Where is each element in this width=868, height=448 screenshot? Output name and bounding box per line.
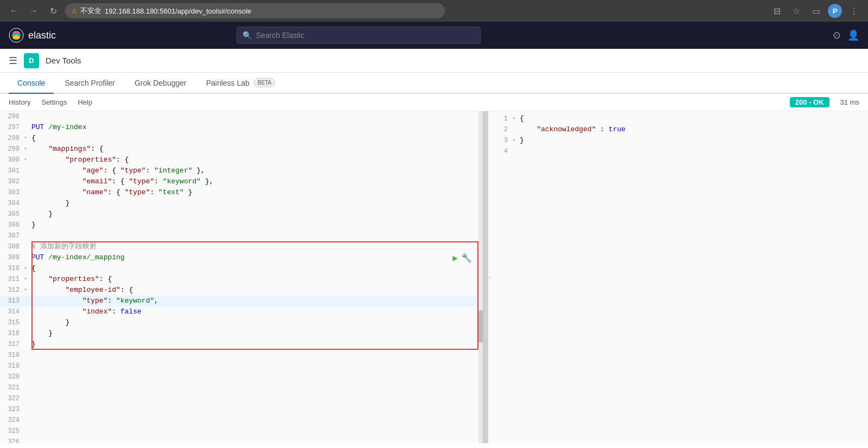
tab-grok-debugger[interactable]: Grok Debugger xyxy=(126,73,195,94)
line-number: 305 xyxy=(0,209,24,220)
line-content: "age": { "type": "integer" }, xyxy=(31,165,483,176)
cast-icon[interactable]: ▭ xyxy=(808,3,824,18)
line-number: 306 xyxy=(0,220,24,231)
line-content: } xyxy=(31,317,483,328)
line-number: 300 xyxy=(0,155,24,165)
url-text: 192.168.188.180:5601/app/dev_tools#/cons… xyxy=(105,7,251,15)
code-line: 314 "index": false xyxy=(0,306,483,317)
fold-indicator: ▾ xyxy=(512,135,520,146)
highlighted-block-container: 308 # 添加新的字段映射 309 PUT /my-index/_mappin… xyxy=(0,241,483,350)
line-content: # 添加新的字段映射 xyxy=(31,241,483,252)
line-number: 4 xyxy=(488,146,512,157)
search-icon: 🔍 xyxy=(242,31,252,40)
menu-icon[interactable]: ⋮ xyxy=(846,3,861,18)
line-number: 2 xyxy=(488,124,512,135)
app-icon: D xyxy=(24,53,39,68)
code-line: 300 ▾ "properties": { xyxy=(0,155,483,165)
line-content: "name": { "type": "text" } xyxy=(31,187,483,198)
line-number: 309 xyxy=(0,252,24,263)
line-number: 1 xyxy=(488,113,512,124)
app-title: Dev Tools xyxy=(46,56,81,65)
fold-indicator: ▾ xyxy=(512,113,520,124)
code-line: 303 "name": { "type": "text" } xyxy=(0,187,483,198)
forward-button[interactable]: → xyxy=(26,3,41,18)
line-content: "index": false xyxy=(31,306,483,317)
line-number: 312 xyxy=(0,285,24,296)
line-number: 304 xyxy=(0,198,24,209)
elastic-logo-icon xyxy=(9,28,24,43)
help-button[interactable]: Help xyxy=(78,96,92,108)
elastic-logo[interactable]: elastic xyxy=(9,28,56,43)
reload-button[interactable]: ↻ xyxy=(46,3,61,18)
code-line: 311 ▾ "properties": { xyxy=(0,274,483,285)
fold-indicator: ▾ xyxy=(24,155,31,165)
line-number: 310 xyxy=(0,263,24,274)
time-badge: 31 ms xyxy=(840,98,859,106)
line-content: { xyxy=(31,263,483,274)
hamburger-menu-icon[interactable]: ☰ xyxy=(9,55,17,67)
line-number: 315 xyxy=(0,317,24,328)
address-bar[interactable]: ⚠ 不安全 192.168.188.180:5601/app/dev_tools… xyxy=(65,3,445,18)
line-number: 303 xyxy=(0,187,24,198)
profile-button[interactable]: P xyxy=(828,4,842,18)
code-editor[interactable]: 296 297 PUT /my-index 298 ▾ { 299 ▾ "map xyxy=(0,111,483,443)
fold-indicator: ▾ xyxy=(24,274,31,285)
line-content: "type": "keyword", xyxy=(31,296,483,306)
translate-icon[interactable]: ⊟ xyxy=(769,3,784,18)
splitter-handle: ⋮ xyxy=(482,273,492,281)
app-nav: ☰ D Dev Tools xyxy=(0,49,868,73)
code-line: 317 } xyxy=(0,339,483,350)
line-number: 311 xyxy=(0,274,24,285)
line-number: 296 xyxy=(0,111,24,122)
elastic-logo-text: elastic xyxy=(28,30,56,41)
line-number: 314 xyxy=(0,306,24,317)
elastic-search-bar[interactable]: 🔍 Search Elastic xyxy=(237,27,481,44)
history-button[interactable]: History xyxy=(9,96,30,108)
line-number: 302 xyxy=(0,176,24,187)
code-line: 313 "type": "keyword", xyxy=(0,296,483,306)
code-line: 302 "email": { "type": "keyword" }, xyxy=(0,176,483,187)
line-number: 299 xyxy=(0,144,24,155)
help-circle-icon[interactable]: ⊙ xyxy=(833,29,841,41)
line-content: "properties": { xyxy=(31,155,483,165)
line-content: } xyxy=(31,198,483,209)
code-line: 307 xyxy=(0,231,483,241)
tools-button[interactable]: 🔧 xyxy=(461,253,472,264)
fold-indicator: ▾ xyxy=(24,144,31,155)
user-avatar-icon[interactable]: 👤 xyxy=(847,29,859,41)
line-content: } xyxy=(31,339,483,350)
back-button[interactable]: ← xyxy=(7,3,22,18)
left-panel: 296 297 PUT /my-index 298 ▾ { 299 ▾ "map xyxy=(0,111,485,443)
line-content: } xyxy=(31,209,483,220)
tab-console[interactable]: Console xyxy=(9,73,54,94)
fold-indicator: ▾ xyxy=(24,133,31,144)
right-panel[interactable]: 1 ▾ { 2 "acknowledged" : true 3 ▾ } 4 xyxy=(488,111,868,443)
bookmark-icon[interactable]: ☆ xyxy=(789,3,804,18)
tab-search-profiler[interactable]: Search Profiler xyxy=(56,73,124,94)
line-content: } xyxy=(520,135,868,146)
code-line: 326 xyxy=(0,437,483,443)
code-line: 298 ▾ { xyxy=(0,133,483,144)
status-badge: 200 - OK xyxy=(790,97,829,107)
code-line: 322 xyxy=(0,393,483,404)
code-line: 323 xyxy=(0,404,483,415)
run-button[interactable]: ▶ xyxy=(452,253,458,264)
toolbar: History Settings Help 200 - OK 31 ms xyxy=(0,94,868,111)
browser-chrome: ← → ↻ ⚠ 不安全 192.168.188.180:5601/app/dev… xyxy=(0,0,868,22)
response-line: 2 "acknowledged" : true xyxy=(488,124,868,135)
line-number: 308 xyxy=(0,241,24,252)
browser-actions: ⊟ ☆ ▭ P ⋮ xyxy=(769,3,861,18)
line-content: { xyxy=(520,113,868,124)
security-warning-text: 不安全 xyxy=(80,6,101,16)
line-number: 317 xyxy=(0,339,24,350)
tab-painless-lab[interactable]: Painless Lab BETA xyxy=(197,73,284,94)
security-warning-icon: ⚠ xyxy=(72,8,77,15)
line-content: "properties": { xyxy=(31,274,483,285)
line-number: 297 xyxy=(0,122,24,133)
line-content: } xyxy=(31,328,483,339)
line-number: 298 xyxy=(0,133,24,144)
code-line: 297 PUT /my-index xyxy=(0,122,483,133)
settings-button[interactable]: Settings xyxy=(41,96,67,108)
left-scrollbar-thumb[interactable] xyxy=(478,310,483,343)
code-line: 309 PUT /my-index/_mapping ▶ 🔧 xyxy=(0,252,483,263)
